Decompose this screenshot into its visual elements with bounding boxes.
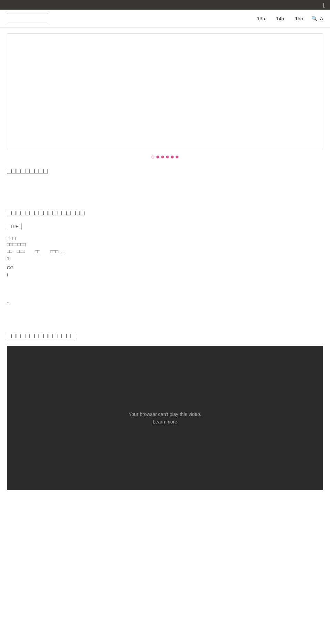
product-tags: □□ □□□ □□ □□□ ... (7, 248, 323, 255)
section3-title: □□□□□□□□□□□□□□□ (7, 331, 323, 340)
section1-title: □□□□□□□□□ (7, 167, 323, 176)
nav-item-145[interactable]: 145 (276, 16, 284, 21)
products-section: TPE □□□ □□□□□□□ □□ □□□ □□ □□□ ... 1 CG (… (7, 223, 323, 304)
product-tag-2: □□ (35, 249, 40, 254)
learn-more-link[interactable]: Learn more (153, 419, 177, 425)
cg-label: CG (7, 265, 323, 270)
dot-1[interactable] (152, 156, 154, 158)
product-name: □□□ (7, 236, 323, 241)
nav-items: 135 145 155 (257, 16, 303, 21)
bracket-icon: [ (323, 2, 324, 8)
nav-item-155[interactable]: 155 (295, 16, 303, 21)
product-detail: □□□ □□□□□□□ □□ □□□ □□ □□□ ... 1 (7, 236, 323, 261)
section2-title-text: □□□□□□□□□□□□□□□□□ (7, 208, 85, 217)
logo-box[interactable] (7, 13, 48, 24)
video-section: □□□□□□□□□□□□□□□ Your browser can't play … (7, 331, 323, 490)
product-ellipsis: ... (7, 299, 323, 304)
product-tag-ellipsis: ... (61, 249, 65, 254)
dot-6[interactable] (176, 156, 178, 158)
carousel-dots (0, 156, 330, 158)
product-cg-row: CG ( (7, 265, 323, 277)
product-tag-sep2 (43, 248, 47, 255)
product-tag-1: □□ □□□ (7, 248, 25, 255)
dot-3[interactable] (161, 156, 164, 158)
product-sub-char: ( (7, 272, 323, 277)
top-bar: [ (0, 0, 330, 10)
navigation: 135 145 155 🔍 A (0, 10, 330, 28)
video-cant-play-message: Your browser can't play this video. (129, 411, 201, 417)
section1-title-text: □□□□□□□□□ (7, 167, 48, 175)
product-desc-text: □□□□□□□ (7, 242, 26, 247)
hero-slider (7, 33, 323, 150)
dot-4[interactable] (166, 156, 169, 158)
product-tag-sep (28, 248, 32, 255)
account-icon[interactable]: A (320, 16, 323, 21)
products-tag-tpe: TPE (7, 223, 22, 230)
dot-5[interactable] (171, 156, 174, 158)
section3-title-text: □□□□□□□□□□□□□□□ (7, 331, 75, 340)
dot-2[interactable] (156, 156, 159, 158)
product-desc: □□□□□□□ (7, 242, 323, 247)
video-container: Your browser can't play this video. Lear… (7, 346, 323, 490)
product-name-text: □□□ (7, 236, 15, 241)
search-icon[interactable]: 🔍 (311, 16, 317, 21)
nav-item-135[interactable]: 135 (257, 16, 265, 21)
nav-icons: 🔍 A (311, 16, 323, 21)
product-number: 1 (7, 256, 323, 261)
product-tag-3: □□□ (50, 249, 58, 254)
section2-title: □□□□□□□□□□□□□□□□□ (7, 208, 323, 217)
